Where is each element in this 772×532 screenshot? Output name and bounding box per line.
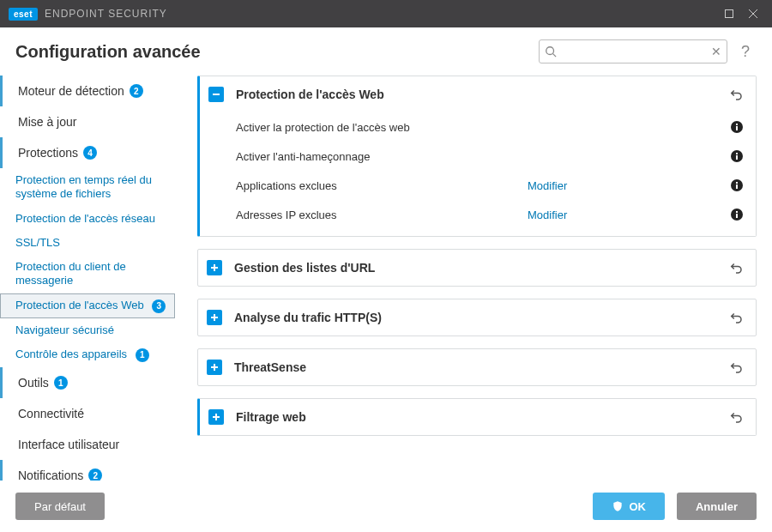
window-close-button[interactable] (741, 2, 765, 26)
svg-rect-11 (736, 153, 738, 154)
sidebar-item-tools[interactable]: Outils 1 (0, 367, 180, 398)
section-title: Filtrage web (236, 410, 728, 424)
search-input[interactable] (557, 45, 711, 58)
section-web-filtering: Filtrage web (197, 398, 757, 436)
reset-section-icon[interactable] (728, 409, 744, 425)
sidebar-item-connectivity[interactable]: Connectivité (0, 398, 180, 429)
sidebar-sub-mail-client[interactable]: Protection du client de messagerie (0, 255, 180, 293)
cancel-button[interactable]: Annuler (677, 493, 757, 520)
section-header-http-analysis[interactable]: Analyse du trafic HTTP(S) (198, 299, 756, 336)
sidebar-item-ui[interactable]: Interface utilisateur (0, 429, 180, 460)
reset-section-icon[interactable] (728, 87, 744, 102)
brand-badge: eset (9, 8, 38, 21)
section-header-url-lists[interactable]: Gestion des listes d'URL (198, 250, 756, 286)
sidebar-item-label: Interface utilisateur (18, 438, 119, 451)
reset-section-icon[interactable] (728, 260, 744, 275)
section-http-analysis: Analyse du trafic HTTP(S) (197, 299, 757, 336)
sidebar-sub-realtime-fs[interactable]: Protection en temps réel du système de f… (0, 168, 180, 207)
row-label: Applications exclues (236, 179, 528, 192)
search-box[interactable]: ✕ (539, 39, 727, 63)
sidebar-item-detection-engine[interactable]: Moteur de détection 2 (0, 76, 180, 106)
svg-point-3 (546, 47, 554, 55)
reset-section-icon[interactable] (728, 310, 744, 325)
sidebar-item-label: Moteur de détection (18, 84, 124, 98)
ok-button[interactable]: OK (593, 493, 665, 520)
expand-icon (207, 260, 222, 275)
sidebar-sub-secure-browser[interactable]: Navigateur sécurisé (0, 318, 180, 342)
sidebar-item-badge: 2 (130, 84, 143, 98)
sidebar-sub-label: Protection en temps réel du système de f… (15, 173, 152, 200)
section-title: Analyse du trafic HTTP(S) (234, 311, 728, 324)
link-modify-excluded-apps[interactable]: Modifier (528, 179, 567, 192)
svg-rect-8 (736, 124, 738, 125)
svg-line-4 (553, 54, 557, 57)
info-icon[interactable] (730, 120, 744, 134)
sidebar-sub-badge: 3 (152, 299, 166, 313)
expand-icon (207, 360, 222, 375)
svg-rect-17 (736, 211, 738, 213)
section-header-web-access[interactable]: Protection de l'accès Web (200, 76, 756, 112)
svg-rect-5 (213, 94, 220, 95)
row-excluded-ips: Adresses IP exclues Modifier (200, 200, 756, 229)
collapse-icon (208, 87, 224, 102)
sidebar-item-label: Outils (18, 376, 49, 390)
sidebar-item-protections[interactable]: Protections 4 (0, 137, 180, 168)
page-title: Configuration avancée (15, 42, 201, 62)
row-enable-antiphishing: Activer l'anti-hameçonnage (200, 142, 756, 171)
info-icon[interactable] (730, 149, 744, 163)
expand-icon (207, 310, 222, 325)
svg-rect-23 (211, 366, 218, 368)
svg-rect-19 (211, 267, 218, 269)
row-label: Adresses IP exclues (236, 209, 528, 221)
sidebar-sub-web-access[interactable]: Protection de l'accès Web 3 (0, 293, 175, 318)
sidebar-item-label: Notifications (18, 469, 83, 481)
svg-rect-25 (213, 416, 220, 418)
sidebar-item-label: Connectivité (18, 407, 84, 420)
brand-text: ENDPOINT SECURITY (45, 8, 167, 20)
footer: Par défaut OK Annuler (0, 481, 772, 532)
sidebar-item-badge: 2 (88, 469, 102, 481)
help-icon[interactable]: ? (734, 43, 757, 61)
svg-rect-21 (211, 317, 218, 318)
sidebar-sub-label: Protection de l'accès réseau (15, 212, 155, 225)
section-title: ThreatSense (234, 360, 728, 374)
reset-section-icon[interactable] (728, 360, 744, 375)
sidebar-sub-ssl-tls[interactable]: SSL/TLS (0, 231, 180, 255)
sidebar-item-label: Mise à jour (18, 115, 76, 129)
section-title: Gestion des listes d'URL (234, 261, 728, 275)
section-header-web-filtering[interactable]: Filtrage web (200, 399, 756, 435)
sidebar-item-update[interactable]: Mise à jour (0, 106, 180, 137)
sidebar-item-notifications[interactable]: Notifications 2 (0, 460, 180, 481)
sidebar: Moteur de détection 2 Mise à jour Protec… (0, 76, 180, 481)
svg-rect-7 (736, 126, 738, 130)
info-icon[interactable] (730, 178, 744, 192)
section-header-threatsense[interactable]: ThreatSense (198, 349, 756, 385)
svg-rect-10 (736, 155, 738, 160)
sidebar-sub-label: Navigateur sécurisé (15, 323, 114, 336)
svg-rect-0 (726, 10, 733, 18)
window-maximize-button[interactable] (717, 2, 741, 26)
row-label: Activer l'anti-hameçonnage (236, 150, 528, 163)
section-url-lists: Gestion des listes d'URL (197, 249, 757, 287)
sidebar-sub-label: SSL/TLS (15, 236, 60, 249)
link-modify-excluded-ips[interactable]: Modifier (528, 209, 567, 221)
expand-icon (208, 409, 224, 425)
ok-button-label: OK (629, 500, 646, 513)
default-button[interactable]: Par défaut (15, 493, 105, 520)
section-web-access: Protection de l'accès Web Activer la pro… (197, 76, 757, 237)
sidebar-sub-network-access[interactable]: Protection de l'accès réseau (0, 207, 180, 231)
titlebar: eset ENDPOINT SECURITY (0, 0, 772, 27)
sidebar-sub-label: Protection de l'accès Web (15, 299, 144, 311)
sidebar-sub-label: Contrôle des appareils (15, 348, 127, 360)
section-title: Protection de l'accès Web (236, 88, 728, 101)
header: Configuration avancée ✕ ? (0, 27, 772, 76)
search-clear-icon[interactable]: ✕ (711, 45, 721, 58)
sidebar-item-badge: 1 (54, 376, 68, 390)
main-panel: Protection de l'accès Web Activer la pro… (180, 76, 757, 481)
row-excluded-apps: Applications exclues Modifier (200, 171, 756, 200)
sidebar-sub-device-control[interactable]: Contrôle des appareils 1 (0, 342, 180, 367)
search-icon (545, 45, 557, 57)
svg-rect-16 (736, 214, 738, 218)
sidebar-item-badge: 4 (83, 146, 97, 160)
info-icon[interactable] (730, 208, 744, 221)
